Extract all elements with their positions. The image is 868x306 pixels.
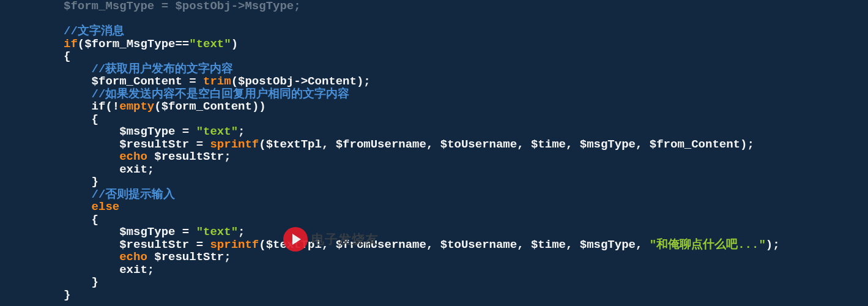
code-line-cut: $form_MsgType = $postObj->MsgType; <box>64 0 301 13</box>
code-block: $form_MsgType = $postObj->MsgType; //文字消… <box>0 0 780 301</box>
kw-else: else <box>64 200 119 214</box>
kw-echo-2: echo <box>64 250 147 264</box>
fn-trim: trim <box>203 75 231 88</box>
kw-if: if <box>64 37 78 51</box>
comment-else-prompt: //否则提示输入 <box>64 188 175 201</box>
fn-sprintf-2: sprintf <box>210 238 259 252</box>
comment-if-not-empty: //如果发送内容不是空白回复用户相同的文字内容 <box>64 88 349 101</box>
comment-text-message: //文字消息 <box>64 24 124 38</box>
kw-echo-1: echo <box>64 150 147 163</box>
fn-empty: empty <box>119 100 154 113</box>
comment-get-content: //获取用户发布的文字内容 <box>64 62 233 76</box>
fn-sprintf-1: sprintf <box>210 138 259 151</box>
